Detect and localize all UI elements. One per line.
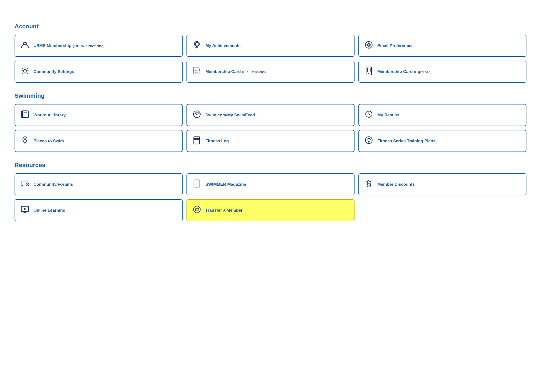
fitness-series-icon <box>364 136 373 146</box>
usms-membership-label: USMS Membership <box>33 43 71 48</box>
section-title-resources: Resources <box>15 162 526 168</box>
card-community-settings[interactable]: Community Settings <box>15 61 183 83</box>
svg-point-1 <box>24 43 26 45</box>
online-learning-icon <box>20 205 30 216</box>
my-results-icon <box>364 110 373 120</box>
fitness-log-text: Fitness Log <box>205 138 229 144</box>
card-member-discounts[interactable]: % Member Discounts <box>358 173 526 195</box>
title-divider <box>15 14 526 14</box>
workout-library-label: Workout Library <box>33 112 66 118</box>
membership-card-digital-sublabel: (Digital App) <box>414 70 431 74</box>
svg-point-13 <box>24 69 26 72</box>
section-swimming: Swimming Workout Library Swim.com/My Swi… <box>15 92 526 152</box>
card-community-forums[interactable]: Community/Forums <box>15 173 183 195</box>
section-account: Account USMS Membership(Edit Your Inform… <box>15 23 526 83</box>
email-preferences-text: Email Preferences <box>377 43 414 48</box>
card-fitness-series[interactable]: Fitness Series Training Plans <box>358 130 526 152</box>
member-discounts-icon: % <box>364 179 373 190</box>
section-grid-account: USMS Membership(Edit Your Information) M… <box>15 35 526 83</box>
card-membership-card-digital[interactable]: Membership Card(Digital App) <box>358 61 526 83</box>
my-results-label: My Results <box>377 112 399 118</box>
section-grid-resources: Community/Forums SWIMMER Magazine % Memb… <box>15 173 526 221</box>
workout-library-text: Workout Library <box>33 112 66 118</box>
community-forums-label: Community/Forums <box>33 182 73 187</box>
email-preferences-label: Email Preferences <box>377 43 414 48</box>
usms-membership-sublabel: (Edit Your Information) <box>73 44 104 48</box>
section-title-swimming: Swimming <box>15 92 526 99</box>
places-to-swim-text: Places to Swim <box>33 138 64 144</box>
card-online-learning[interactable]: Online Learning <box>15 199 183 221</box>
transfer-member-icon <box>192 205 202 216</box>
card-workout-library[interactable]: Workout Library <box>15 104 183 126</box>
email-preferences-icon: @ <box>364 40 373 51</box>
community-forums-icon <box>20 179 30 190</box>
my-achievements-icon <box>192 40 202 51</box>
svg-rect-18 <box>367 68 370 72</box>
svg-text:@: @ <box>368 43 371 47</box>
card-swimmer-magazine[interactable]: SWIMMER Magazine <box>186 173 355 195</box>
card-membership-card-pdf[interactable]: PDF Membership Card(PDF Download) <box>186 61 355 83</box>
card-places-to-swim[interactable]: Places to Swim <box>15 130 183 152</box>
transfer-member-text: Transfer a Member <box>205 208 243 213</box>
card-usms-membership[interactable]: USMS Membership(Edit Your Information) <box>15 35 183 57</box>
swimmer-magazine-icon <box>192 179 202 190</box>
online-learning-text: Online Learning <box>33 208 65 213</box>
my-achievements-text: My Achievements <box>205 43 241 48</box>
svg-line-33 <box>370 111 370 112</box>
card-transfer-member[interactable]: Transfer a Member <box>186 199 355 221</box>
svg-rect-44 <box>368 141 370 142</box>
section-title-account: Account <box>15 23 526 30</box>
svg-point-27 <box>196 114 198 115</box>
online-learning-label: Online Learning <box>33 208 65 213</box>
community-settings-icon <box>20 66 30 77</box>
community-forums-text: Community/Forums <box>33 182 73 187</box>
member-discounts-label: Member Discounts <box>377 182 415 187</box>
svg-line-32 <box>368 111 368 112</box>
swimmer-magazine-label: SWIMMER Magazine <box>205 182 246 187</box>
membership-card-pdf-sublabel: (PDF Download) <box>242 70 266 74</box>
places-to-swim-icon <box>20 136 30 146</box>
sections-container: Account USMS Membership(Edit Your Inform… <box>15 23 526 221</box>
svg-point-34 <box>24 138 26 140</box>
card-fitness-log[interactable]: Fitness Log <box>186 130 355 152</box>
svg-point-3 <box>195 42 198 45</box>
membership-card-digital-text: Membership Card(Digital App) <box>377 69 431 74</box>
community-settings-label: Community Settings <box>33 69 74 74</box>
membership-card-digital-icon <box>364 66 373 77</box>
workout-library-icon <box>20 110 30 120</box>
usms-membership-text: USMS Membership(Edit Your Information) <box>33 43 105 48</box>
fitness-log-label: Fitness Log <box>205 138 229 144</box>
usms-membership-icon <box>20 40 30 51</box>
transfer-member-label: Transfer a Member <box>205 208 243 213</box>
swim-feed-text: Swim.com/My SwimFeed <box>205 112 255 118</box>
fitness-series-label: Fitness Series Training Plans <box>377 138 436 144</box>
membership-card-pdf-text: Membership Card(PDF Download) <box>205 69 266 74</box>
empty-cell <box>358 199 526 221</box>
my-achievements-label: My Achievements <box>205 43 241 48</box>
places-to-swim-label: Places to Swim <box>33 138 64 144</box>
community-settings-text: Community Settings <box>33 69 74 74</box>
svg-point-59 <box>194 206 200 213</box>
section-resources: Resources Community/Forums SWIMMER Magaz… <box>15 162 526 221</box>
my-results-text: My Results <box>377 112 399 118</box>
swim-feed-label: Swim.com/My SwimFeed <box>205 112 255 118</box>
svg-text:%: % <box>368 184 370 187</box>
fitness-series-text: Fitness Series Training Plans <box>377 138 436 144</box>
svg-line-30 <box>369 114 371 115</box>
svg-rect-35 <box>194 137 200 144</box>
swim-feed-icon <box>192 110 202 120</box>
swimmer-magazine-text: SWIMMER Magazine <box>205 182 246 187</box>
card-swim-feed[interactable]: Swim.com/My SwimFeed <box>186 104 355 126</box>
membership-card-digital-label: Membership Card <box>377 69 413 74</box>
section-grid-swimming: Workout Library Swim.com/My SwimFeed My … <box>15 104 526 152</box>
membership-card-pdf-label: Membership Card <box>205 69 241 74</box>
svg-text:PDF: PDF <box>194 70 198 72</box>
svg-point-19 <box>368 73 369 74</box>
membership-card-pdf-icon: PDF <box>192 66 202 77</box>
card-my-achievements[interactable]: My Achievements <box>186 35 355 57</box>
fitness-log-icon <box>192 136 202 146</box>
member-discounts-text: Member Discounts <box>377 182 415 187</box>
card-email-preferences[interactable]: @ Email Preferences <box>358 35 526 57</box>
card-my-results[interactable]: My Results <box>358 104 526 126</box>
